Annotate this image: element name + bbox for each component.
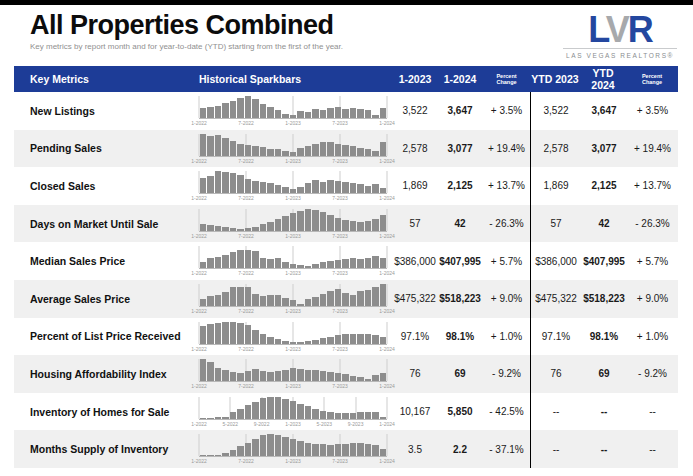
value-1-2023: 2,578: [393, 130, 437, 168]
value-1-2024: $518,223: [437, 280, 483, 318]
metric-label: Pending Sales: [14, 130, 197, 168]
value-1-2024: 2.2: [437, 430, 483, 468]
value-1-2023: 97.1%: [393, 318, 437, 356]
sparkbar-plot-area: [199, 134, 387, 157]
sparkbar-axis-labels: 1-20225-20229-20221-20235-20239-20231-20…: [199, 420, 387, 428]
value-percent-change: + 19.4%: [483, 130, 530, 168]
sparkbar-axis-labels: 1-20227-20221-20237-20231-2024: [199, 194, 387, 202]
sparkbar-plot-area: [199, 322, 387, 345]
sparkbar-chart: 1-20227-20221-20237-20231-2024: [197, 130, 393, 168]
ytd-section: 97.1% 98.1% + 1.0%: [530, 318, 678, 356]
value-percent-change: + 13.7%: [483, 167, 530, 205]
value-ytd-2024: 98.1%: [581, 318, 627, 356]
header-historical-sparkbars: Historical Sparkbars: [197, 73, 393, 85]
sparkbar-axis-labels: 1-20227-20221-20237-20231-2024: [199, 157, 387, 165]
value-1-2024: 98.1%: [437, 318, 483, 356]
change-label: Change: [626, 79, 678, 85]
value-1-2023: 10,167: [393, 393, 437, 431]
ytd-section: 2,578 3,077 + 19.4%: [530, 130, 678, 168]
report-page: All Properties Combined Key metrics by r…: [0, 0, 693, 476]
value-1-2023: 3.5: [393, 430, 437, 468]
value-ytd-2023: $386,000: [531, 242, 581, 280]
logo-letter-v: V: [606, 9, 628, 50]
value-ytd-2023: --: [531, 393, 581, 431]
table-row: Percent of List Price Received 1-20227-2…: [14, 318, 678, 356]
value-ytd-percent-change: - 26.3%: [627, 205, 678, 243]
value-ytd-2024: --: [581, 393, 627, 431]
metric-label: Days on Market Until Sale: [14, 205, 197, 243]
table-row: New Listings 1-20227-20221-20237-20231-2…: [14, 92, 678, 130]
metric-label: Months Supply of Inventory: [14, 430, 197, 468]
sparkbar-chart: 1-20227-20221-20237-20231-2024: [197, 92, 393, 130]
table-row: Months Supply of Inventory 1-20227-20221…: [14, 430, 678, 468]
value-percent-change: + 5.7%: [483, 242, 530, 280]
header-ytd-percent-change: Percent Change: [626, 73, 678, 85]
value-ytd-2023: 97.1%: [531, 318, 581, 356]
logo-letter-r: R: [628, 9, 652, 50]
logo-caption: LAS VEGAS REALTORS®: [561, 52, 679, 59]
value-percent-change: + 3.5%: [483, 92, 530, 130]
value-ytd-2024: 42: [581, 205, 627, 243]
value-1-2024: 42: [437, 205, 483, 243]
ytd-section: -- -- --: [530, 393, 678, 431]
value-ytd-percent-change: + 5.7%: [627, 242, 678, 280]
ytd-section: 3,522 3,647 + 3.5%: [530, 92, 678, 130]
page-subtitle: Key metrics by report month and for year…: [30, 42, 343, 51]
table-row: Average Sales Price 1-20227-20221-20237-…: [14, 280, 678, 318]
value-1-2024: $407,995: [437, 242, 483, 280]
header-ytd-2023: YTD 2023: [530, 73, 580, 85]
sparkbar-chart: 1-20227-20221-20237-20231-2024: [197, 205, 393, 243]
title-block: All Properties Combined Key metrics by r…: [30, 11, 343, 51]
header-1-2023: 1-2023: [393, 73, 437, 85]
sparkbar-axis-labels: 1-20227-20221-20237-20231-2024: [199, 457, 387, 465]
sparkbar-axis-labels: 1-20227-20221-20237-20231-2024: [199, 269, 387, 277]
sparkbar-chart: 1-20227-20221-20237-20231-2024: [197, 355, 393, 393]
value-ytd-2023: 1,869: [531, 167, 581, 205]
value-ytd-percent-change: --: [627, 393, 678, 431]
header-1-2024: 1-2024: [437, 73, 483, 85]
value-ytd-2023: 3,522: [531, 92, 581, 130]
sparkbar-plot-area: [199, 96, 387, 119]
page-title: All Properties Combined: [30, 11, 343, 39]
ytd-section: 76 69 - 9.2%: [530, 355, 678, 393]
value-ytd-2023: $475,322: [531, 280, 581, 318]
metrics-table: Key Metrics Historical Sparkbars 1-2023 …: [14, 66, 678, 468]
ytd-section: $386,000 $407,995 + 5.7%: [530, 242, 678, 280]
value-1-2024: 2,125: [437, 167, 483, 205]
value-ytd-2023: 57: [531, 205, 581, 243]
sparkbar-chart: 1-20227-20221-20237-20231-2024: [197, 242, 393, 280]
value-percent-change: - 26.3%: [483, 205, 530, 243]
sparkbar-plot-area: [199, 359, 387, 382]
value-ytd-percent-change: + 9.0%: [627, 280, 678, 318]
value-ytd-2024: 2,125: [581, 167, 627, 205]
table-body: New Listings 1-20227-20221-20237-20231-2…: [14, 92, 678, 468]
value-1-2024: 3,077: [437, 130, 483, 168]
sparkbar-chart: 1-20227-20221-20237-20231-2024: [197, 318, 393, 356]
sparkbar-axis-labels: 1-20227-20221-20237-20231-2024: [199, 382, 387, 390]
value-ytd-percent-change: --: [627, 430, 678, 468]
lvr-logo-letters: LVR: [561, 13, 679, 47]
value-percent-change: + 1.0%: [483, 318, 530, 356]
ytd-section: $475,322 $518,223 + 9.0%: [530, 280, 678, 318]
table-row: Pending Sales 1-20227-20221-20237-20231-…: [14, 130, 678, 168]
sparkbar-plot-area: [199, 397, 387, 420]
value-1-2024: 5,850: [437, 393, 483, 431]
value-1-2023: 1,869: [393, 167, 437, 205]
sparkbar-plot-area: [199, 171, 387, 194]
metric-label: Housing Affordability Index: [14, 355, 197, 393]
value-ytd-percent-change: + 13.7%: [627, 167, 678, 205]
value-ytd-percent-change: + 19.4%: [627, 130, 678, 168]
sparkbar-axis-labels: 1-20227-20221-20237-20231-2024: [199, 345, 387, 353]
value-ytd-2023: 2,578: [531, 130, 581, 168]
metric-label: Inventory of Homes for Sale: [14, 393, 197, 431]
value-ytd-2024: 69: [581, 355, 627, 393]
value-percent-change: - 37.1%: [483, 430, 530, 468]
report-header: All Properties Combined Key metrics by r…: [0, 5, 693, 62]
sparkbar-plot-area: [199, 284, 387, 307]
value-ytd-2024: $407,995: [581, 242, 627, 280]
value-ytd-percent-change: + 3.5%: [627, 92, 678, 130]
sparkbar-axis-labels: 1-20227-20221-20237-20231-2024: [199, 232, 387, 240]
value-1-2024: 69: [437, 355, 483, 393]
metric-label: Closed Sales: [14, 167, 197, 205]
table-row: Median Sales Price 1-20227-20221-20237-2…: [14, 242, 678, 280]
